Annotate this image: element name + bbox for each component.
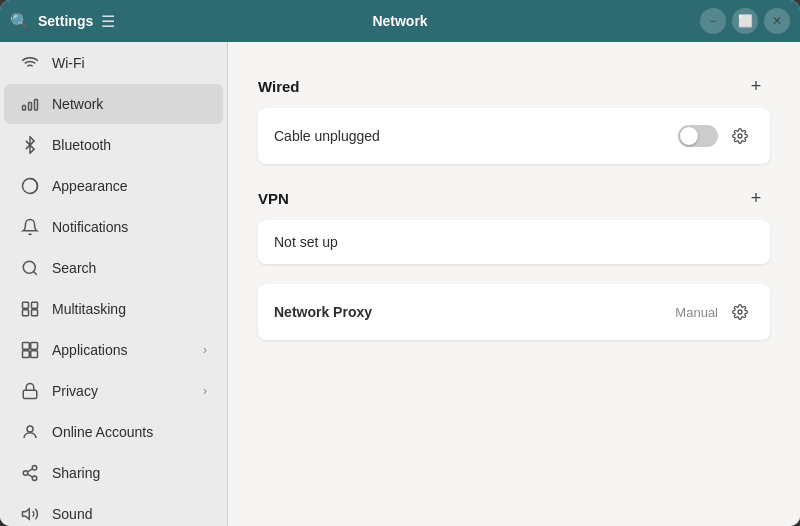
sidebar: Wi-Fi Network [0,42,228,526]
proxy-row[interactable]: Network Proxy Manual [258,284,770,340]
sidebar-item-online-accounts[interactable]: Online Accounts [4,412,223,452]
proxy-card: Network Proxy Manual [258,284,770,340]
svg-rect-8 [23,310,29,316]
wifi-icon [20,53,40,73]
applications-icon [20,340,40,360]
search-icon [20,258,40,278]
sidebar-item-bluetooth[interactable]: Bluetooth [4,125,223,165]
wired-cable-row: Cable unplugged [258,108,770,164]
online-accounts-icon [20,422,40,442]
svg-point-16 [32,466,37,471]
sidebar-item-applications[interactable]: Applications › [4,330,223,370]
main-content: Wired + Cable unplugged [228,42,800,526]
privacy-arrow-icon: › [203,384,207,398]
titlebar-search-icon[interactable]: 🔍 [10,12,30,31]
sidebar-label-appearance: Appearance [52,178,128,194]
privacy-icon [20,381,40,401]
vpn-status-row: Not set up [258,220,770,264]
settings-window: 🔍 Settings ☰ Network − ⬜ ✕ Wi-Fi [0,0,800,526]
wired-gear-button[interactable] [726,122,754,150]
svg-point-15 [27,426,33,432]
sound-icon [20,504,40,524]
sidebar-label-online-accounts: Online Accounts [52,424,153,440]
sidebar-label-bluetooth: Bluetooth [52,137,111,153]
maximize-button[interactable]: ⬜ [732,8,758,34]
proxy-label: Network Proxy [274,304,675,320]
sidebar-label-applications: Applications [52,342,128,358]
vpn-section-header: VPN + [258,184,770,212]
proxy-section: Network Proxy Manual [258,284,770,340]
minimize-button[interactable]: − [700,8,726,34]
svg-point-24 [738,310,742,314]
svg-point-23 [738,134,742,138]
svg-rect-0 [23,106,26,111]
panel-title: Network [372,13,427,29]
svg-rect-13 [31,351,38,358]
sidebar-item-search[interactable]: Search [4,248,223,288]
vpn-status-label: Not set up [274,234,754,250]
sidebar-label-sharing: Sharing [52,465,100,481]
svg-marker-21 [23,509,30,520]
window-controls: − ⬜ ✕ [700,8,790,34]
proxy-value: Manual [675,305,718,320]
sidebar-label-multitasking: Multitasking [52,301,126,317]
svg-rect-14 [23,390,37,398]
svg-rect-1 [29,103,32,111]
svg-line-5 [33,271,36,274]
vpn-add-button[interactable]: + [742,184,770,212]
wired-cable-label: Cable unplugged [274,128,678,144]
titlebar-app-title: Settings [38,13,93,29]
vpn-section: VPN + Not set up [258,184,770,264]
applications-arrow-icon: › [203,343,207,357]
sidebar-item-multitasking[interactable]: Multitasking [4,289,223,329]
svg-point-4 [23,261,35,273]
svg-rect-12 [23,351,30,358]
proxy-gear-button[interactable] [726,298,754,326]
appearance-icon [20,176,40,196]
titlebar-menu-icon[interactable]: ☰ [101,12,115,31]
svg-rect-10 [23,343,30,350]
notifications-icon [20,217,40,237]
sidebar-label-notifications: Notifications [52,219,128,235]
sidebar-label-search: Search [52,260,96,276]
network-icon [20,94,40,114]
svg-rect-2 [35,100,38,111]
sidebar-item-wifi[interactable]: Wi-Fi [4,43,223,83]
sidebar-label-privacy: Privacy [52,383,98,399]
sidebar-item-network[interactable]: Network [4,84,223,124]
wired-add-button[interactable]: + [742,72,770,100]
sidebar-item-sound[interactable]: Sound [4,494,223,526]
sidebar-label-sound: Sound [52,506,92,522]
wired-section-header: Wired + [258,72,770,100]
svg-line-19 [27,474,32,477]
svg-rect-7 [32,302,38,308]
titlebar-left: 🔍 Settings ☰ [10,12,115,31]
multitasking-icon [20,299,40,319]
wired-section-title: Wired [258,78,300,95]
sidebar-label-wifi: Wi-Fi [52,55,85,71]
vpn-card: Not set up [258,220,770,264]
svg-point-17 [23,471,28,476]
svg-rect-9 [32,310,38,316]
vpn-section-title: VPN [258,190,289,207]
svg-rect-11 [31,343,38,350]
sharing-icon [20,463,40,483]
sidebar-item-sharing[interactable]: Sharing [4,453,223,493]
svg-point-18 [32,476,37,481]
wired-toggle[interactable] [678,125,718,147]
wired-card: Cable unplugged [258,108,770,164]
close-button[interactable]: ✕ [764,8,790,34]
titlebar: 🔍 Settings ☰ Network − ⬜ ✕ [0,0,800,42]
sidebar-item-notifications[interactable]: Notifications [4,207,223,247]
svg-line-20 [27,469,32,472]
sidebar-item-appearance[interactable]: Appearance [4,166,223,206]
sidebar-label-network: Network [52,96,103,112]
bluetooth-icon [20,135,40,155]
svg-rect-6 [23,302,29,308]
content-area: Wi-Fi Network [0,42,800,526]
sidebar-item-privacy[interactable]: Privacy › [4,371,223,411]
wired-section: Wired + Cable unplugged [258,72,770,164]
